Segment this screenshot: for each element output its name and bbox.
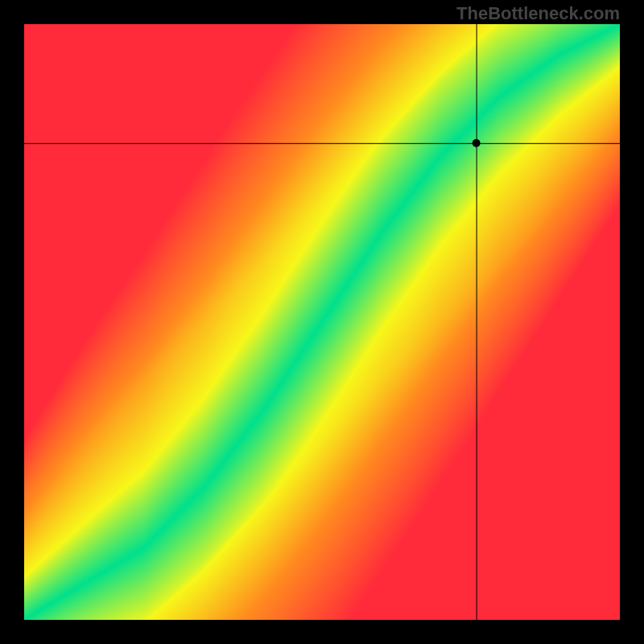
heatmap-canvas xyxy=(24,24,620,620)
watermark-text: TheBottleneck.com xyxy=(456,3,620,24)
heatmap-plot xyxy=(24,24,620,620)
